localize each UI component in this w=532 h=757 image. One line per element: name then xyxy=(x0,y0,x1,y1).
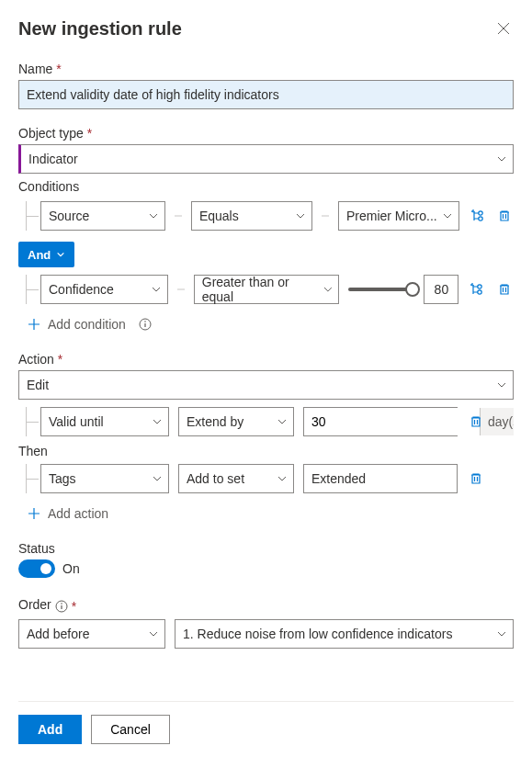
svg-point-6 xyxy=(478,285,481,288)
action-value-input[interactable] xyxy=(304,408,480,435)
add-action-label: Add action xyxy=(48,506,108,521)
condition-field-value: Confidence xyxy=(49,282,114,297)
info-icon[interactable] xyxy=(55,600,68,613)
trash-icon xyxy=(497,282,512,297)
confidence-input[interactable] xyxy=(424,275,458,304)
delete-condition-button[interactable] xyxy=(496,207,514,225)
order-reference-value: 1. Reduce noise from low confidence indi… xyxy=(183,627,452,641)
chevron-down-icon xyxy=(152,416,163,427)
confidence-slider[interactable] xyxy=(348,288,416,291)
logic-operator-button[interactable]: And xyxy=(18,242,74,267)
order-placement-select[interactable]: Add before xyxy=(18,619,165,649)
condition-value-select[interactable]: Premier Micro... xyxy=(338,201,459,231)
condition-operator-select[interactable]: Greater than or equal xyxy=(194,275,340,304)
add-action-button[interactable]: Add action xyxy=(28,506,108,521)
svg-point-7 xyxy=(478,290,481,294)
svg-point-13 xyxy=(61,603,62,604)
condition-value: Premier Micro... xyxy=(346,209,437,223)
chevron-down-icon xyxy=(442,210,453,221)
action-operator-select[interactable]: Add to set xyxy=(178,464,294,493)
chevron-down-icon xyxy=(323,284,334,295)
logic-operator-value: And xyxy=(28,248,51,262)
connector-line xyxy=(175,215,182,217)
chevron-down-icon xyxy=(295,210,306,221)
condition-operator-value: Equals xyxy=(199,209,239,223)
conditions-label: Conditions xyxy=(18,179,514,194)
order-reference-select[interactable]: 1. Reduce noise from low confidence indi… xyxy=(175,619,514,649)
svg-rect-11 xyxy=(144,323,145,327)
name-label: Name xyxy=(18,62,514,76)
action-operator-value: Add to set xyxy=(187,471,244,486)
action-field-value: Valid until xyxy=(49,414,104,429)
svg-point-2 xyxy=(479,211,482,215)
action-type-value: Edit xyxy=(27,378,49,392)
chevron-down-icon xyxy=(277,473,288,484)
trash-icon xyxy=(469,414,483,429)
status-value: On xyxy=(62,561,80,576)
subgroup-icon: + xyxy=(470,209,485,223)
status-toggle[interactable] xyxy=(18,559,55,578)
object-type-select[interactable]: Indicator xyxy=(18,144,514,174)
trash-icon xyxy=(497,209,512,223)
chevron-down-icon xyxy=(148,628,159,639)
svg-point-10 xyxy=(144,321,146,322)
close-icon xyxy=(497,22,510,35)
chevron-down-icon xyxy=(148,210,159,221)
subgroup-icon: + xyxy=(470,282,484,297)
condition-operator-select[interactable]: Equals xyxy=(191,201,312,231)
chevron-down-icon xyxy=(151,284,162,295)
cancel-button[interactable]: Cancel xyxy=(91,715,170,744)
action-type-select[interactable]: Edit xyxy=(18,370,514,400)
chevron-down-icon xyxy=(152,473,163,484)
toggle-thumb xyxy=(40,563,51,574)
add-condition-button[interactable]: Add condition xyxy=(28,317,152,332)
action-value-input[interactable] xyxy=(303,464,458,493)
add-nested-condition-button[interactable]: + xyxy=(468,280,486,299)
chevron-down-icon xyxy=(496,628,507,639)
condition-field-value: Source xyxy=(49,209,89,223)
chevron-down-icon xyxy=(496,153,507,164)
slider-thumb[interactable] xyxy=(405,282,420,297)
delete-action-button[interactable] xyxy=(467,469,485,488)
condition-operator-value: Greater than or equal xyxy=(202,275,323,304)
action-operator-select[interactable]: Extend by xyxy=(178,407,294,436)
order-label: Order xyxy=(18,597,51,612)
action-field-select[interactable]: Valid until xyxy=(40,407,169,436)
svg-text:+: + xyxy=(470,282,474,288)
info-icon[interactable] xyxy=(139,318,152,331)
chevron-down-icon xyxy=(496,379,507,390)
action-operator-value: Extend by xyxy=(187,414,243,429)
then-label: Then xyxy=(18,444,514,458)
order-placement-value: Add before xyxy=(27,627,90,641)
add-button[interactable]: Add xyxy=(18,715,82,744)
trash-icon xyxy=(469,471,483,486)
add-nested-condition-button[interactable]: + xyxy=(469,207,486,225)
object-type-value: Indicator xyxy=(28,152,78,166)
panel-title: New ingestion rule xyxy=(18,18,182,40)
plus-icon xyxy=(28,318,40,331)
plus-icon xyxy=(28,507,40,520)
add-condition-label: Add condition xyxy=(48,317,126,332)
svg-point-3 xyxy=(479,217,482,220)
action-label: Action xyxy=(18,352,514,367)
object-type-label: Object type xyxy=(18,126,514,141)
chevron-down-icon xyxy=(277,416,288,427)
status-label: Status xyxy=(18,541,514,556)
action-value-input-group: day(s) xyxy=(303,407,458,436)
close-button[interactable] xyxy=(493,18,514,39)
connector-line xyxy=(322,215,329,217)
delete-action-button[interactable] xyxy=(467,412,485,431)
condition-field-select[interactable]: Source xyxy=(40,201,165,231)
name-input[interactable] xyxy=(18,80,514,109)
condition-field-select[interactable]: Confidence xyxy=(40,275,168,304)
svg-text:+: + xyxy=(471,209,475,215)
action-field-value: Tags xyxy=(49,471,76,486)
action-field-select[interactable]: Tags xyxy=(40,464,169,493)
svg-rect-14 xyxy=(61,605,62,609)
delete-condition-button[interactable] xyxy=(495,280,514,299)
connector-line xyxy=(177,288,185,290)
chevron-down-icon xyxy=(56,250,65,259)
